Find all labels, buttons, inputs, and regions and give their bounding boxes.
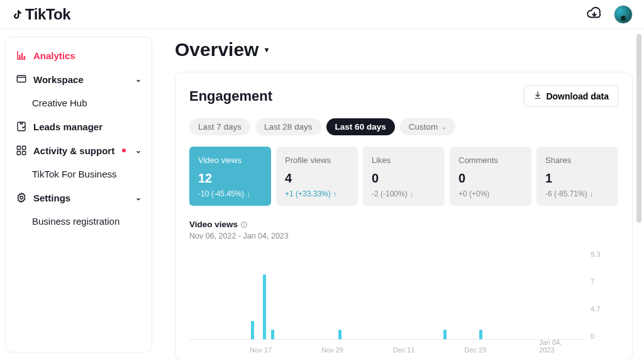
- brand-logo[interactable]: TikTok: [11, 6, 70, 23]
- sidebar-subitem-label: TikTok For Business: [32, 169, 116, 179]
- range-label: Last 28 days: [264, 122, 313, 132]
- chevron-down-icon: ⌄: [135, 193, 142, 202]
- svg-rect-6: [23, 146, 26, 149]
- chevron-down-icon: ⌄: [441, 123, 447, 130]
- svg-rect-5: [17, 146, 20, 149]
- activity-icon: [16, 145, 27, 156]
- chart-bar: [263, 274, 266, 339]
- arrow-down-icon: ↓: [410, 190, 414, 198]
- range-60d[interactable]: Last 60 days: [326, 118, 395, 135]
- sidebar-item-settings[interactable]: Settings ⌄: [11, 186, 147, 210]
- metric-shares[interactable]: Shares 1 -6 (-85.71%) ↓: [536, 147, 618, 206]
- sidebar-item-workspace[interactable]: Workspace ⌄: [11, 67, 147, 91]
- metric-label: Profile views: [285, 155, 349, 165]
- sidebar-subitem-creative-hub[interactable]: Creative Hub: [11, 91, 147, 115]
- x-tick-label: Nov 29: [321, 346, 343, 354]
- avatar[interactable]: [614, 5, 633, 24]
- range-custom[interactable]: Custom ⌄: [400, 118, 456, 135]
- download-data-button[interactable]: Download data: [524, 85, 618, 107]
- tiktok-note-icon: [11, 9, 23, 20]
- y-tick-label: 0: [591, 332, 618, 340]
- metric-delta-text: -10 (-45.45%): [198, 189, 244, 198]
- y-tick-label: 9.3: [591, 250, 618, 258]
- chevron-down-icon: ⌄: [135, 146, 142, 155]
- metric-value: 12: [198, 171, 262, 186]
- topbar-right: [586, 5, 633, 24]
- brand-text: TikTok: [25, 6, 70, 23]
- sidebar-item-label: Workspace: [33, 74, 84, 85]
- svg-point-12: [244, 223, 245, 223]
- sidebar-item-label: Leads manager: [33, 121, 103, 132]
- chart-title: Video views: [189, 220, 618, 229]
- main-content: Overview ▾ Engagement Download data Last…: [157, 29, 644, 360]
- arrow-up-icon: ↑: [333, 190, 337, 198]
- sidebar-item-activity[interactable]: Activity & support ⌄: [11, 138, 147, 162]
- cloud-download-icon[interactable]: [586, 5, 602, 24]
- sidebar: Analytics Workspace ⌄ Creative Hub Leads…: [5, 37, 152, 352]
- chart-bar: [479, 330, 482, 339]
- caret-down-icon: ▾: [265, 45, 269, 54]
- range-28d[interactable]: Last 28 days: [255, 118, 321, 135]
- page-title-text: Overview: [175, 39, 258, 60]
- sidebar-subitem-tiktok-business[interactable]: TikTok For Business: [11, 162, 147, 186]
- metric-value: 4: [285, 171, 349, 186]
- x-tick-label: Nov 17: [250, 346, 272, 354]
- chart-area: 9.374.70 Nov 17Nov 29Dec 11Dec 23Jan 04,…: [189, 253, 618, 354]
- sidebar-item-analytics[interactable]: Analytics: [11, 43, 147, 67]
- chart-x-axis: Nov 17Nov 29Dec 11Dec 23Jan 04, 2023: [189, 341, 587, 354]
- metric-delta: -10 (-45.45%) ↓: [198, 189, 262, 198]
- engagement-card: Engagement Download data Last 7 days Las…: [175, 72, 633, 360]
- metric-label: Shares: [545, 155, 609, 165]
- chart-icon: [16, 50, 27, 61]
- chevron-down-icon: ⌄: [135, 75, 142, 84]
- x-tick-label: Dec 23: [465, 346, 487, 354]
- metric-delta: -6 (-85.71%) ↓: [545, 189, 609, 198]
- sidebar-item-leads[interactable]: Leads manager: [11, 115, 147, 138]
- metric-value: 1: [545, 171, 609, 186]
- leads-icon: [16, 121, 27, 132]
- svg-rect-0: [19, 55, 20, 59]
- date-range-row: Last 7 days Last 28 days Last 60 days Cu…: [189, 118, 618, 135]
- sidebar-item-label: Analytics: [33, 50, 75, 61]
- metric-delta-text: +0 (+0%): [458, 189, 489, 198]
- range-label: Custom: [409, 122, 438, 132]
- metric-profile-views[interactable]: Profile views 4 +1 (+33.33%) ↑: [276, 147, 358, 206]
- page-title-dropdown[interactable]: Overview ▾: [175, 39, 633, 60]
- range-label: Last 7 days: [198, 122, 242, 132]
- svg-point-9: [20, 196, 23, 200]
- chart-bar: [338, 330, 341, 339]
- metric-likes[interactable]: Likes 0 -2 (-100%) ↓: [363, 147, 445, 206]
- metric-delta-text: -2 (-100%): [372, 189, 408, 198]
- scrollbar[interactable]: [636, 34, 641, 223]
- metric-row: Video views 12 -10 (-45.45%) ↓ Profile v…: [189, 147, 618, 206]
- chart-bar: [251, 321, 254, 339]
- metric-label: Comments: [458, 155, 523, 165]
- metric-video-views[interactable]: Video views 12 -10 (-45.45%) ↓: [189, 147, 271, 206]
- arrow-down-icon: ↓: [247, 190, 250, 198]
- info-icon[interactable]: [240, 221, 248, 228]
- y-tick-label: 4.7: [591, 305, 618, 313]
- engagement-title: Engagement: [189, 88, 272, 104]
- metric-label: Likes: [372, 155, 436, 165]
- svg-rect-7: [17, 152, 20, 155]
- svg-rect-3: [17, 76, 26, 82]
- metric-comments[interactable]: Comments 0 +0 (+0%): [450, 147, 531, 206]
- svg-rect-8: [23, 152, 26, 155]
- arrow-down-icon: ↓: [590, 190, 594, 198]
- metric-value: 0: [372, 171, 436, 186]
- sidebar-item-label: Activity & support: [33, 145, 114, 156]
- chart-bar: [271, 330, 274, 339]
- svg-rect-1: [21, 53, 23, 59]
- chart-bar: [443, 330, 447, 339]
- x-tick-label: Jan 04, 2023: [539, 339, 571, 354]
- metric-delta-text: -6 (-85.71%): [545, 189, 587, 198]
- download-icon: [533, 91, 542, 101]
- sidebar-subitem-business-reg[interactable]: Business registration: [11, 210, 147, 233]
- settings-icon: [16, 192, 27, 203]
- sidebar-subitem-label: Business registration: [32, 216, 119, 227]
- y-tick-label: 7: [591, 278, 618, 285]
- download-label: Download data: [546, 91, 609, 101]
- metric-value: 0: [458, 171, 523, 186]
- range-7d[interactable]: Last 7 days: [189, 118, 250, 135]
- metric-delta: +1 (+33.33%) ↑: [285, 189, 349, 198]
